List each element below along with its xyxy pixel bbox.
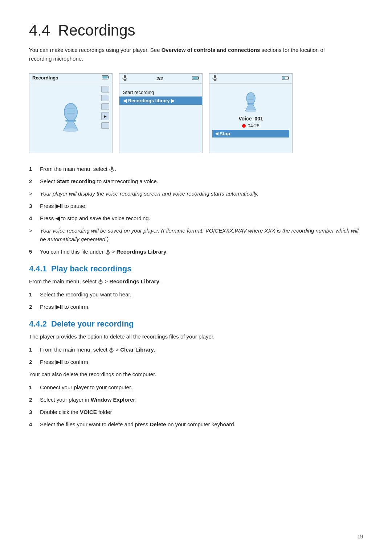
subsection-441-intro: From the main menu, select > Recordings … bbox=[29, 277, 363, 286]
screenshot-3: Voice_001 04:28 ◀ Stop bbox=[209, 73, 293, 153]
subsection-441-title: Play back recordings bbox=[51, 264, 131, 273]
step-gt-2: > Your voice recording will be saved on … bbox=[29, 226, 363, 244]
stop-left-arrow: ◀ bbox=[215, 131, 218, 136]
step-3-num: 3 bbox=[29, 202, 40, 210]
svg-rect-7 bbox=[67, 113, 75, 114]
mic-inline-icon-4 bbox=[109, 348, 114, 353]
svg-rect-19 bbox=[288, 77, 289, 79]
step-2-num: 2 bbox=[29, 177, 40, 186]
svg-rect-9 bbox=[124, 75, 126, 78]
step-gt-1: > Your player will display the voice rec… bbox=[29, 189, 363, 198]
screen1-icon-3 bbox=[101, 103, 109, 110]
step-442-a2-num: 2 bbox=[29, 358, 40, 366]
intro-text-start: You can make voice recordings using your… bbox=[29, 47, 162, 53]
svg-point-21 bbox=[246, 93, 255, 104]
screenshot-1-header: Recordings bbox=[29, 74, 112, 82]
svg-rect-2 bbox=[103, 76, 108, 79]
voice-filename: Voice_001 bbox=[238, 116, 263, 122]
step-4-text: Press ◀ to stop and save the voice recor… bbox=[40, 214, 363, 223]
menu-item-start-recording: Start recording bbox=[119, 88, 202, 97]
step-441-2-num: 2 bbox=[29, 303, 40, 311]
screenshot-2-header: 2/2 bbox=[119, 74, 202, 84]
step-2: 2 Select Start recording to start record… bbox=[29, 177, 363, 186]
step-442-b1: 1 Connect your player to your computer. bbox=[29, 383, 363, 392]
svg-point-8 bbox=[64, 128, 78, 132]
step-5: 5 You can find this file under > Recordi… bbox=[29, 247, 363, 256]
screen1-icon-1 bbox=[101, 86, 109, 93]
stop-button-bar: ◀ Stop bbox=[212, 130, 289, 138]
stop-label: Stop bbox=[220, 131, 230, 136]
screen2-battery-icon bbox=[192, 76, 199, 81]
svg-rect-20 bbox=[283, 77, 285, 79]
step-442-b3-num: 3 bbox=[29, 408, 40, 416]
step-5-text: You can find this file under > Recording… bbox=[40, 247, 363, 256]
screen1-icon-2 bbox=[101, 95, 109, 101]
svg-rect-22 bbox=[247, 103, 254, 104]
subsection-442-heading: 4.4.2 Delete your recording bbox=[29, 319, 363, 329]
step-442-b2-num: 2 bbox=[29, 395, 40, 404]
page-number: 19 bbox=[357, 534, 363, 539]
screen3-battery-icon bbox=[282, 76, 289, 81]
step-442-b4-text: Select the files your want to delete and… bbox=[40, 420, 363, 429]
screenshot-3-body: Voice_001 04:28 ◀ Stop bbox=[209, 84, 292, 138]
step-442-b2-text: Select your player in Window Explorer. bbox=[40, 395, 363, 404]
svg-rect-25 bbox=[248, 99, 254, 100]
svg-point-26 bbox=[245, 110, 256, 112]
screenshot-1: Recordings bbox=[29, 73, 113, 153]
subsection-442-title: Delete your recording bbox=[51, 319, 134, 328]
svg-rect-24 bbox=[248, 98, 254, 98]
step-441-1-text: Select the recording you want to hear. bbox=[40, 290, 363, 299]
step-442-b3-text: Double click the VOICE folder bbox=[40, 408, 363, 416]
svg-rect-13 bbox=[198, 77, 199, 79]
title-text: Recordings bbox=[58, 22, 135, 39]
step-442-b1-num: 1 bbox=[29, 383, 40, 392]
screen1-battery-icon bbox=[102, 75, 109, 81]
intro-bold: Overview of controls and connections bbox=[162, 47, 260, 53]
step-442-a2: 2 Press ▶II to confirm bbox=[29, 358, 363, 366]
step-441-1: 1 Select the recording you want to hear. bbox=[29, 290, 363, 299]
step-441-2: 2 Press ▶II to confirm. bbox=[29, 303, 363, 311]
subsection-441-steps: 1 Select the recording you want to hear.… bbox=[29, 290, 363, 311]
subsection-442-intro: The player provides the option to delete… bbox=[29, 332, 363, 341]
menu-forward-arrow: ▶ bbox=[171, 98, 175, 103]
subsection-442-steps-a: 1 From the main menu, select > Clear Lib… bbox=[29, 345, 363, 366]
subsection-442-middle-text: Your can also delete the recordings on t… bbox=[29, 370, 363, 379]
screen1-header-label: Recordings bbox=[32, 75, 58, 81]
step-5-num: 5 bbox=[29, 247, 40, 256]
svg-point-3 bbox=[64, 103, 77, 121]
subsection-441-bold: Recordings Library bbox=[109, 278, 159, 284]
screen2-counter: 2/2 bbox=[127, 76, 192, 81]
step-442-b3: 3 Double click the VOICE folder bbox=[29, 408, 363, 416]
menu-item-recordings-library: ◀ Recordings library ▶ bbox=[119, 97, 202, 105]
svg-rect-4 bbox=[65, 120, 76, 122]
screenshots-row: Recordings bbox=[29, 73, 363, 153]
step-442-a2-text: Press ▶II to confirm bbox=[40, 358, 363, 366]
step-442-b2: 2 Select your player in Window Explorer. bbox=[29, 395, 363, 404]
intro-paragraph: You can make voice recordings using your… bbox=[29, 46, 341, 63]
recording-indicator bbox=[242, 124, 246, 128]
mic-inline-icon-3 bbox=[98, 279, 103, 284]
step-gt-2-text: Your voice recording will be saved on yo… bbox=[40, 226, 363, 244]
screen1-icon-4 bbox=[101, 122, 109, 129]
svg-rect-36 bbox=[110, 348, 112, 350]
step-3: 3 Press ▶II to pause. bbox=[29, 202, 363, 210]
screen2-mic-icon bbox=[122, 75, 127, 82]
step-gt-2-marker: > bbox=[29, 226, 40, 235]
screen1-side-icons: ▶ bbox=[101, 86, 109, 129]
svg-rect-23 bbox=[248, 96, 254, 97]
screen2-menu: Start recording ◀ Recordings library ▶ bbox=[119, 87, 202, 106]
main-title: 4.4 Recordings bbox=[29, 22, 363, 39]
step-4: 4 Press ◀ to stop and save the voice rec… bbox=[29, 214, 363, 223]
step-442-a1-num: 1 bbox=[29, 345, 40, 354]
screen1-play-btn: ▶ bbox=[101, 112, 109, 120]
step-1-num: 1 bbox=[29, 165, 40, 173]
screen3-mic-icon bbox=[212, 75, 217, 82]
step-gt-1-text: Your player will display the voice recor… bbox=[40, 189, 363, 198]
screenshot-3-header bbox=[209, 74, 292, 84]
subsection-441-num: 4.4.1 bbox=[29, 264, 47, 273]
svg-rect-14 bbox=[193, 77, 198, 79]
step-2-text: Select Start recording to start recordin… bbox=[40, 177, 363, 186]
subsection-442-num: 4.4.2 bbox=[29, 319, 47, 328]
step-442-b1-text: Connect your player to your computer. bbox=[40, 383, 363, 392]
microphone-large-icon bbox=[54, 101, 87, 134]
